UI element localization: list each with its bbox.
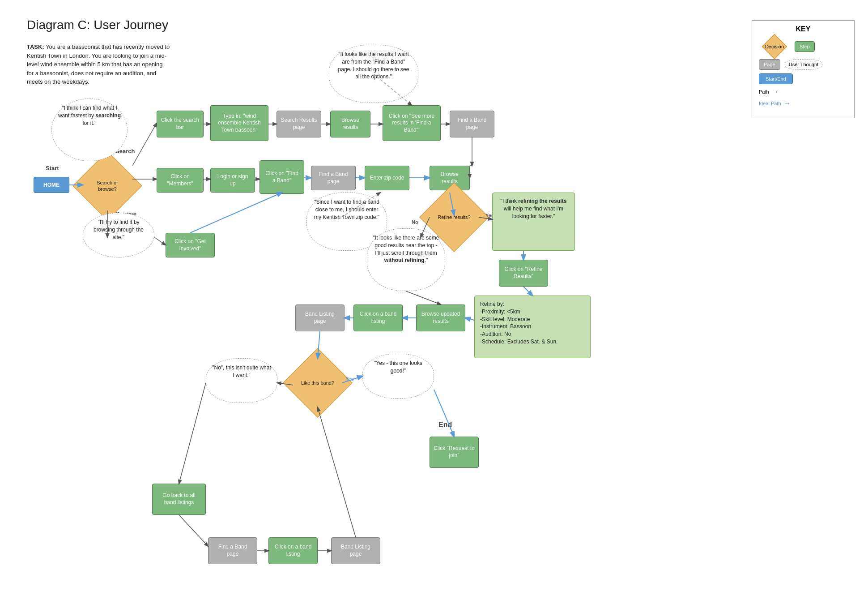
task-description: TASK: You are a bassoonist that has rece…: [27, 43, 170, 86]
see-more-results: Click on "See more results in 'Find a Ba…: [383, 105, 441, 141]
refine-results-decision: Refine results?: [430, 193, 479, 242]
end-label: End: [438, 421, 452, 429]
click-search-bar: Click the search bar: [157, 111, 204, 137]
thought-yes-refine: "I think refining the results will help …: [492, 193, 575, 251]
svg-line-36: [179, 515, 208, 546]
go-back: Go back to all band listings: [152, 484, 206, 515]
click-request: Click "Request to join": [430, 437, 479, 468]
svg-line-27: [465, 318, 474, 320]
click-members: Click on "Members": [157, 168, 204, 193]
key-step-label: Step: [795, 41, 815, 52]
find-band-page-1: Find a Band page: [450, 111, 494, 137]
click-find-band: Click on "Find a Band": [260, 160, 304, 194]
thought-yes-band: "Yes - this one looks good!": [362, 354, 434, 399]
login-signup: Login or sign up: [210, 168, 255, 193]
svg-line-33: [434, 390, 454, 437]
svg-line-28: [406, 291, 441, 304]
key-decision-label: Decision: [765, 44, 784, 49]
home-node: HOME: [34, 177, 69, 193]
svg-line-39: [318, 407, 356, 537]
svg-line-14: [190, 193, 282, 233]
enter-zip: Enter zip code: [365, 166, 409, 190]
thought-browse: "I'll try to find it by browsing through…: [83, 213, 154, 257]
browse-results-1: Browse results: [330, 111, 370, 137]
yes-like-label: Yes: [345, 376, 354, 382]
svg-line-13: [154, 237, 166, 245]
band-listing-page-2: Band Listing page: [331, 537, 380, 564]
find-band-page-3: Find a Band page: [208, 537, 257, 564]
svg-line-26: [523, 287, 532, 296]
key-box: KEY Decision Step Page User Thought Star…: [752, 20, 855, 118]
diagram-container: Diagram C: User Journey TASK: You are a …: [0, 0, 868, 613]
find-band-page-2: Find a Band page: [311, 166, 356, 190]
key-startend-label: Start/End: [759, 73, 793, 84]
no-label: No: [412, 219, 418, 225]
key-user-thought-label: User Thought: [785, 59, 822, 70]
key-page-label: Page: [759, 59, 780, 70]
refine-by-box: Refine by: -Proximity: <5km -Skill level…: [474, 296, 591, 358]
page-title: Diagram C: User Journey: [27, 18, 168, 32]
svg-line-35: [179, 383, 206, 484]
browse-updated: Browse updated results: [416, 304, 465, 331]
band-listing-page-1: Band Listing page: [295, 304, 345, 331]
key-title: KEY: [759, 25, 847, 33]
key-path-label: Path: [759, 89, 769, 94]
thought-search: "I think I can find what I want fastest …: [51, 99, 128, 161]
click-band-listing-1: Click on a band listing: [353, 304, 403, 331]
start-label: Start: [46, 165, 59, 171]
thought-no-band: "No", this isn't quite what I want.": [206, 358, 277, 403]
type-in: Type in: "wind ensemble Kentish Town bas…: [210, 105, 268, 141]
svg-line-2: [132, 123, 157, 166]
search-browse-decision: Search or browse?: [83, 161, 132, 210]
click-refine: Click on "Refine Results": [499, 260, 548, 287]
like-band-decision: Like this band?: [293, 358, 342, 407]
click-band-listing-2: Click on a band listing: [268, 537, 318, 564]
key-ideal-path-label: Ideal Path: [759, 101, 781, 106]
search-results-page: Search Results page: [277, 111, 321, 137]
click-get-involved: Click on "Get Involved": [166, 233, 215, 257]
thought-results: "It looks like the results I want are fr…: [329, 45, 418, 103]
